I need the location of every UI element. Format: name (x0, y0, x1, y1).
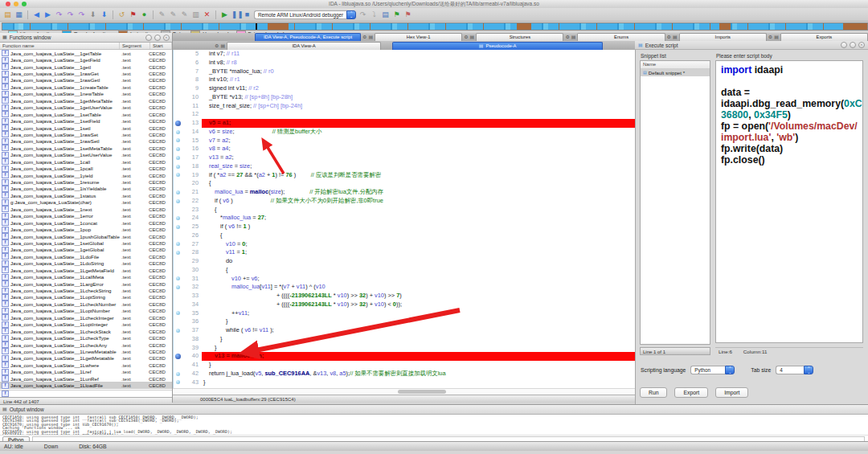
code-line[interactable]: 10_BYTE *v13; // [sp+8h] [bp-28h] (174, 93, 635, 102)
debugger-select[interactable]: Remote ARM Linux/Android debugger ⌃⌄ (254, 10, 356, 19)
function-row[interactable]: fJava_com_luajava_LuaState__1LcheckInteg… (0, 314, 172, 321)
function-row[interactable]: fJava_com_luajava_LuaState__1rawGetI.tex… (0, 77, 172, 84)
breakpoint-icon[interactable] (174, 223, 182, 231)
breakpoint-icon[interactable] (174, 137, 182, 145)
function-row[interactable]: fg:Java_com_luajava_LuaState(char).textC… (0, 199, 172, 206)
flag-green-icon[interactable]: ⚑ (392, 11, 401, 18)
function-list[interactable]: fJava_com_luajava_LuaState__1getTable.te… (0, 50, 172, 390)
breakpoint-icon[interactable] (174, 326, 182, 335)
snippet-name-column[interactable]: Name (641, 61, 710, 69)
tab-imports[interactable]: Imports (679, 33, 767, 41)
export-button[interactable]: Export (674, 387, 708, 398)
code-line[interactable]: 5int v7; // r11 (174, 50, 635, 59)
code-line[interactable]: 26{ (174, 231, 635, 240)
breakpoint-icon[interactable] (174, 248, 182, 257)
nav-back-icon[interactable]: ◀ (32, 11, 41, 18)
code-line[interactable]: 37while ( v6 != v11 ); (174, 326, 635, 335)
function-row[interactable]: fJava_com_luajava_LuaState__1getUserValu… (0, 104, 172, 111)
function-row[interactable]: fJava_com_luajava_LuaState__1LgetMetaFie… (0, 267, 172, 273)
code-line[interactable]: 21malloc_lua = malloc(size); // 开始解密lua文… (174, 188, 635, 197)
code-line[interactable]: 9signed int v11; // r2 (174, 84, 635, 93)
open-file-icon[interactable]: ▤ (3, 11, 12, 18)
code-line[interactable]: 20{ (174, 179, 635, 188)
breakpoint-flag-icon[interactable]: ⚑ (129, 11, 137, 18)
function-row[interactable]: fJava_com_luajava_LuaState__1setMetaTabl… (0, 145, 172, 151)
breakpoint-icon[interactable] (174, 171, 182, 180)
debug-pause-icon[interactable]: ❚❚ (231, 11, 240, 18)
code-line[interactable]: 34+ ((((-2139062143LL * v10) >> 32) + v1… (174, 301, 635, 309)
script-editor[interactable]: import idaapi data =idaapi.dbg_read_memo… (715, 60, 863, 343)
breakpoint-icon[interactable] (174, 378, 182, 387)
gear-icon[interactable]: ⚙ (667, 34, 671, 41)
breakpoint-icon[interactable] (174, 188, 182, 197)
cancel-icon[interactable]: ✕ (203, 11, 211, 18)
restore-icon[interactable] (154, 35, 161, 41)
breakpoint-icon[interactable] (174, 275, 182, 284)
function-row[interactable]: fJava_com_luajava_LuaState__1newTable.te… (0, 91, 172, 97)
functions-quick-filter-row[interactable]: f (0, 390, 172, 397)
output-log[interactable]: CECF1A50: using guessed type int __fastc… (0, 415, 868, 435)
column-start[interactable]: Start (150, 43, 172, 49)
function-row[interactable]: fJava_com_luajava_LuaState__1pushGlobalT… (0, 233, 172, 239)
code-line[interactable]: 24*malloc_lua = 27; (174, 214, 635, 223)
debug-run-icon[interactable]: ▶ (220, 11, 229, 18)
tab-exports[interactable]: Exports (780, 33, 868, 41)
gear-icon[interactable]: ⚙ (362, 34, 366, 41)
function-row[interactable]: fJava_com_luajava_LuaState__1LcheckStrin… (0, 287, 172, 293)
scripting-language-select[interactable]: Python ⌃⌄ (690, 366, 735, 374)
code-line[interactable]: 27v10 = 0; (174, 240, 635, 249)
code-line[interactable]: 22if ( v6 ) // 如果文件大小不为0则开始解密,非0即true (174, 197, 635, 206)
close-icon[interactable]: ✕ (163, 35, 170, 41)
code-line[interactable]: 8int v10; // r1 (174, 76, 635, 84)
function-row[interactable]: fJava_com_luajava_LuaState__1setI.textCE… (0, 125, 172, 131)
jump-segment-icon[interactable]: ⬇ (88, 11, 97, 18)
function-row[interactable]: fJava_com_luajava_LuaState__1isYieldable… (0, 186, 172, 192)
code-line[interactable]: 6int v8; // r8 (174, 59, 635, 67)
function-row[interactable]: fJava_com_luajava_LuaState__1LnewMetatab… (0, 348, 172, 354)
breakpoint-icon[interactable] (174, 240, 182, 249)
jump-address-icon[interactable]: ↷ (55, 11, 63, 18)
comment-icon[interactable]: ✎ (180, 11, 189, 18)
breakpoint-icon[interactable] (174, 283, 182, 292)
tab-group-active[interactable]: IDA View-A, Pseudocode-A, Execute script (255, 33, 361, 41)
code-line[interactable]: 25if ( v6 != 1 ) (174, 223, 635, 231)
tab-enums[interactable]: Enums (577, 33, 665, 41)
code-line[interactable]: 41} (174, 361, 635, 370)
code-line[interactable]: 31v10 += v6; (174, 275, 635, 284)
gear-icon[interactable]: ⚙ (565, 34, 569, 41)
code-line[interactable]: 38} (174, 335, 635, 344)
tab-ida-view-a[interactable]: IDA View-A (227, 42, 381, 50)
trace-icon[interactable]: ● (140, 11, 149, 18)
gear-icon[interactable]: ⚙ (768, 34, 772, 41)
function-row[interactable]: fJava_com_luajava_LuaState__1getMetaTabl… (0, 97, 172, 104)
code-line[interactable]: 11size_t real_size; // [sp+Ch] [bp-24h] (174, 102, 635, 111)
functions-column-headers[interactable]: Function name Segment Start (0, 43, 172, 50)
function-row[interactable]: fJava_com_luajava_LuaState__1LdoString.t… (0, 260, 172, 267)
function-row[interactable]: fJava_com_luajava_LuaState__1createTable… (0, 84, 172, 90)
gear-icon[interactable]: ⚙ (215, 43, 219, 50)
function-row[interactable]: fJava_com_luajava_LuaState__1LcheckStack… (0, 328, 172, 334)
snippet-row-selected[interactable]: ▤ Default snippet * (641, 69, 710, 76)
tab-structures[interactable]: Structures (476, 33, 563, 41)
scrollbar-thumb[interactable] (398, 390, 446, 394)
code-line[interactable]: 19if ( *a2 == 27 && *(a2 + 1) != 76 ) //… (174, 171, 635, 180)
code-line[interactable]: 32malloc_lua[v11] = *(v7 + v11) ^ (v10 (174, 283, 635, 292)
restore-icon[interactable] (850, 42, 856, 48)
function-row[interactable]: fJava_com_luajava_LuaState__1rawSet.text… (0, 131, 172, 137)
function-row[interactable]: fJava_com_luajava_LuaState__1LgetMetatab… (0, 355, 172, 362)
chart-icon[interactable]: ▥ (191, 11, 200, 18)
undo-icon[interactable]: ↺ (117, 11, 126, 18)
code-line[interactable]: 13v5 = a1; (174, 119, 635, 128)
function-row[interactable]: fJava_com_luajava_LuaState__1LargError.t… (0, 280, 172, 287)
function-row[interactable]: fJava_com_luajava_LuaState__1error.textC… (0, 213, 172, 219)
function-row[interactable]: fJava_com_luajava_LuaState__1Lwhere.text… (0, 362, 172, 368)
function-row[interactable]: fJava_com_luajava_LuaState__1LunRef.text… (0, 375, 172, 382)
patch-icon[interactable]: ✎ (158, 11, 166, 18)
code-line[interactable]: 28v11 = 1; (174, 248, 635, 257)
code-line[interactable]: 36} (174, 317, 635, 326)
code-line[interactable]: 18real_size = size; (174, 162, 635, 171)
step-over-icon[interactable]: ↷ (358, 11, 367, 18)
snippet-list[interactable]: Name ▤ Default snippet * (640, 60, 710, 345)
function-row[interactable]: fJava_com_luajava_LuaState__1LcheckNumbe… (0, 301, 172, 307)
function-row[interactable]: fJava_com_luajava_LuaState__1LoptString.… (0, 294, 172, 301)
